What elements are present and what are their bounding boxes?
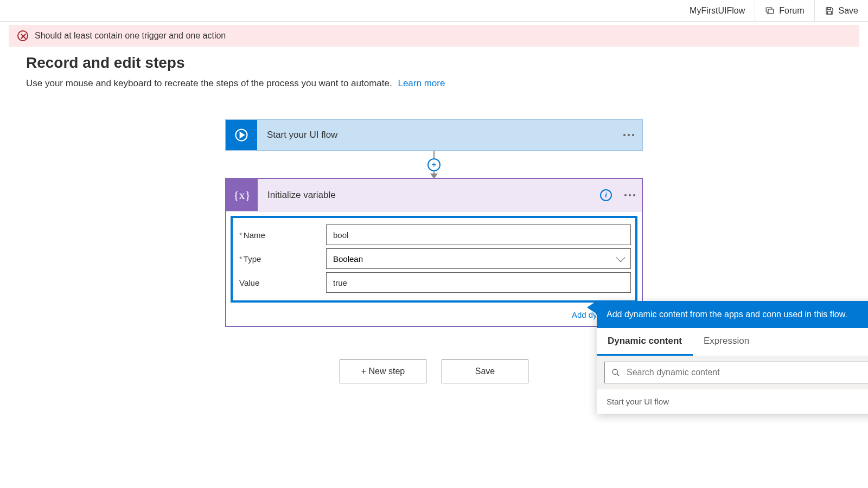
type-select[interactable]: Boolean bbox=[326, 248, 631, 269]
step-init-icon-box: {x} bbox=[226, 179, 258, 211]
chevron-down-icon bbox=[616, 253, 626, 262]
step-init-title: Initialize variable bbox=[258, 179, 594, 211]
step-start-icon-box bbox=[226, 120, 257, 150]
canvas-save-button[interactable]: Save bbox=[442, 359, 528, 383]
param-row-name: *Name bbox=[237, 224, 631, 245]
step-start-ui-flow[interactable]: Start your UI flow bbox=[225, 119, 643, 151]
canvas-button-row: + New step Save bbox=[340, 359, 528, 383]
dynamic-search-box[interactable] bbox=[604, 362, 868, 383]
page-title: Record and edit steps bbox=[26, 54, 842, 72]
dynamic-search-input[interactable] bbox=[627, 368, 864, 377]
value-label: Value bbox=[237, 278, 318, 287]
search-icon bbox=[611, 368, 620, 377]
svg-rect-3 bbox=[827, 11, 832, 14]
page-header: Record and edit steps Use your mouse and… bbox=[0, 47, 868, 92]
save-button[interactable]: Save bbox=[814, 0, 868, 22]
param-row-type: *Type Boolean bbox=[237, 248, 631, 269]
callout-arrow-icon bbox=[587, 301, 597, 314]
type-label: *Type bbox=[237, 254, 318, 264]
dynamic-panel-tabs: Dynamic content Expression bbox=[597, 328, 868, 356]
name-label: *Name bbox=[237, 230, 318, 240]
type-value: Boolean bbox=[333, 254, 363, 264]
dynamic-content-panel: Add dynamic content from the apps and co… bbox=[597, 301, 868, 414]
play-circle-icon bbox=[234, 127, 249, 143]
dynamic-section-start[interactable]: Start your UI flow bbox=[597, 389, 868, 414]
step-init-params: *Name *Type Boolean Value bbox=[231, 216, 637, 303]
warning-text: Should at least contain one trigger and … bbox=[35, 31, 226, 41]
step-init-header[interactable]: {x} Initialize variable i bbox=[226, 179, 642, 211]
step-start-menu[interactable] bbox=[615, 120, 642, 150]
error-icon bbox=[17, 30, 28, 41]
chat-icon bbox=[765, 6, 775, 16]
more-icon bbox=[623, 134, 634, 136]
svg-rect-2 bbox=[827, 8, 831, 10]
step-info-button[interactable]: i bbox=[594, 179, 618, 211]
step-start-title: Start your UI flow bbox=[257, 120, 615, 150]
flow-name-label[interactable]: MyFirstUIFlow bbox=[680, 0, 755, 22]
arrow-down-icon bbox=[430, 174, 438, 179]
step-initialize-variable: {x} Initialize variable i *Name *Type Bo… bbox=[225, 178, 643, 327]
add-step-inline-button[interactable]: + bbox=[427, 158, 441, 171]
dynamic-panel-header: Add dynamic content from the apps and co… bbox=[597, 301, 868, 328]
page-description-text: Use your mouse and keyboard to recreate … bbox=[26, 78, 392, 88]
info-icon: i bbox=[600, 189, 612, 201]
add-dynamic-content-row: Add dynamic con bbox=[226, 307, 642, 326]
name-input[interactable] bbox=[326, 224, 631, 245]
top-command-bar: MyFirstUIFlow Forum Save bbox=[0, 0, 868, 22]
more-icon bbox=[624, 194, 635, 196]
save-label: Save bbox=[839, 6, 858, 16]
save-icon bbox=[825, 6, 834, 16]
tab-dynamic-content[interactable]: Dynamic content bbox=[597, 328, 693, 356]
param-row-value: Value bbox=[237, 272, 631, 293]
forum-button[interactable]: Forum bbox=[755, 0, 814, 22]
new-step-button[interactable]: + New step bbox=[340, 359, 426, 383]
tab-expression[interactable]: Expression bbox=[693, 328, 760, 356]
connector-arrow: + bbox=[433, 151, 435, 178]
variable-icon: {x} bbox=[233, 188, 251, 202]
dynamic-search-row bbox=[597, 356, 868, 389]
svg-rect-1 bbox=[768, 9, 774, 14]
page-description: Use your mouse and keyboard to recreate … bbox=[26, 78, 842, 89]
forum-label: Forum bbox=[779, 6, 804, 16]
learn-more-link[interactable]: Learn more bbox=[398, 78, 445, 88]
validation-warning-banner: Should at least contain one trigger and … bbox=[9, 25, 859, 47]
svg-line-6 bbox=[617, 374, 619, 376]
value-input[interactable] bbox=[326, 272, 631, 293]
svg-point-5 bbox=[612, 369, 617, 374]
step-init-menu[interactable] bbox=[618, 179, 642, 211]
